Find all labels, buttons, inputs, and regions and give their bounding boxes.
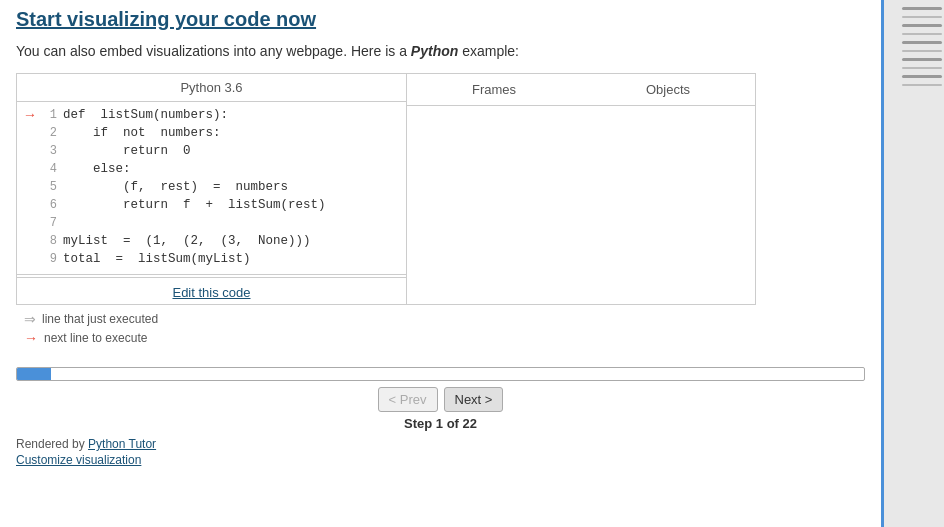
python-tutor-link[interactable]: Python Tutor: [88, 437, 156, 451]
code-lines: → 1 def listSum(numbers): 2 if not numbe…: [17, 102, 406, 272]
code-panel-header: Python 3.6: [17, 74, 406, 102]
progress-bar-fill: [17, 368, 51, 380]
code-line-3: 3 return 0: [17, 142, 406, 160]
line-code-1: def listSum(numbers):: [63, 108, 228, 122]
line-arrow-1: →: [21, 107, 39, 123]
visualizer-container: Python 3.6 → 1 def listSum(numbers): 2 i…: [16, 73, 756, 305]
sidebar-bar-5: [902, 41, 942, 44]
below-visualizer: Rendered by Python Tutor Customize visua…: [16, 437, 865, 467]
line-num-3: 3: [39, 144, 57, 158]
rendered-by-text: Rendered by: [16, 437, 88, 451]
right-panel: Frames Objects: [407, 74, 755, 304]
line-num-2: 2: [39, 126, 57, 140]
edit-this-code-link[interactable]: Edit this code: [172, 285, 250, 300]
legend-item-red: → next line to execute: [24, 330, 857, 346]
sidebar-bar-8: [902, 67, 942, 69]
intro-plain2: example:: [458, 43, 519, 59]
line-num-7: 7: [39, 216, 57, 230]
line-num-5: 5: [39, 180, 57, 194]
sidebar-bar-3: [902, 24, 942, 27]
page-title[interactable]: Start visualizing your code now: [16, 8, 316, 31]
right-sidebar: [884, 0, 944, 527]
next-button[interactable]: Next >: [444, 387, 504, 412]
objects-header: Objects: [581, 82, 755, 97]
code-line-8: 8 myList = (1, (2, (3, None))): [17, 232, 406, 250]
right-panel-headers: Frames Objects: [407, 74, 755, 106]
customize-link[interactable]: Customize visualization: [16, 453, 865, 467]
line-num-9: 9: [39, 252, 57, 266]
code-line-2: 2 if not numbers:: [17, 124, 406, 142]
sidebar-bar-6: [902, 50, 942, 52]
line-code-3: return 0: [63, 144, 191, 158]
intro-plain1: You can also embed visualizations into a…: [16, 43, 411, 59]
nav-controls: < Prev Next >: [16, 387, 865, 412]
code-line-1: → 1 def listSum(numbers):: [17, 106, 406, 124]
intro-highlight: Python: [411, 43, 458, 59]
prev-button[interactable]: < Prev: [378, 387, 438, 412]
rendered-by: Rendered by Python Tutor: [16, 437, 865, 451]
line-code-6: return f + listSum(rest): [63, 198, 326, 212]
frames-header: Frames: [407, 82, 581, 97]
sidebar-bar-7: [902, 58, 942, 61]
line-num-1: 1: [39, 108, 57, 122]
code-line-5: 5 (f, rest) = numbers: [17, 178, 406, 196]
intro-text: You can also embed visualizations into a…: [16, 43, 865, 59]
line-code-2: if not numbers:: [63, 126, 221, 140]
legend-section: ⇒ line that just executed → next line to…: [16, 305, 865, 357]
code-panel: Python 3.6 → 1 def listSum(numbers): 2 i…: [17, 74, 407, 304]
code-line-6: 6 return f + listSum(rest): [17, 196, 406, 214]
sidebar-bar-9: [902, 75, 942, 78]
legend-arrow-red-icon: →: [24, 330, 38, 346]
step-controls: [16, 367, 865, 381]
step-info: Step 1 of 22: [16, 416, 865, 431]
line-code-9: total = listSum(myList): [63, 252, 251, 266]
sidebar-bar-2: [902, 16, 942, 18]
line-code-4: else:: [63, 162, 131, 176]
legend-red-text: next line to execute: [44, 331, 147, 345]
line-code-8: myList = (1, (2, (3, None))): [63, 234, 311, 248]
legend-item-gray: ⇒ line that just executed: [24, 311, 857, 327]
code-line-4: 4 else:: [17, 160, 406, 178]
line-num-4: 4: [39, 162, 57, 176]
code-line-9: 9 total = listSum(myList): [17, 250, 406, 268]
legend-gray-text: line that just executed: [42, 312, 158, 326]
line-code-5: (f, rest) = numbers: [63, 180, 288, 194]
visualization-area: [407, 106, 755, 304]
line-num-6: 6: [39, 198, 57, 212]
progress-bar-wrapper: [16, 367, 865, 381]
legend-arrow-gray-icon: ⇒: [24, 311, 36, 327]
sidebar-bar-4: [902, 33, 942, 35]
code-divider: [17, 274, 406, 275]
sidebar-bar-1: [902, 7, 942, 10]
edit-link[interactable]: Edit this code: [17, 277, 406, 304]
code-line-7: 7: [17, 214, 406, 232]
sidebar-bar-10: [902, 84, 942, 86]
line-num-8: 8: [39, 234, 57, 248]
